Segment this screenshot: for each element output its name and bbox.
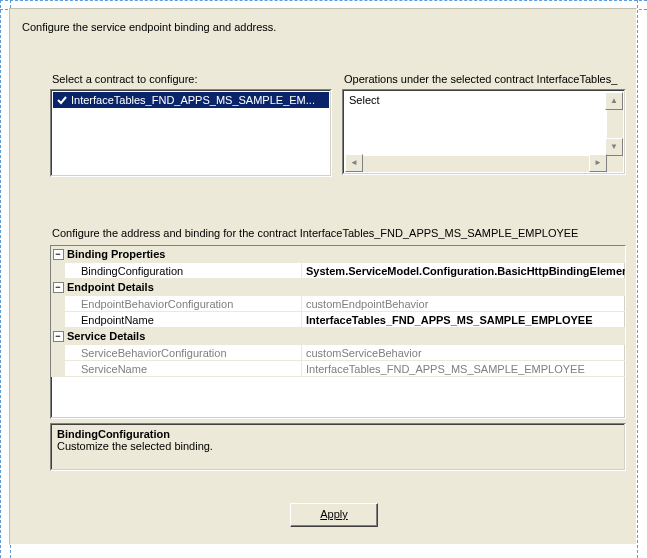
prop-endpoint-behavior-configuration[interactable]: EndpointBehaviorConfiguration customEndp… [51,296,625,312]
contract-item-label: InterfaceTables_FND_APPS_MS_SAMPLE_EM... [71,94,315,106]
operations-list-label: Operations under the selected contract I… [344,73,617,85]
collapse-icon[interactable]: − [53,331,64,342]
apply-button[interactable]: Apply [290,503,378,527]
prop-label: BindingConfiguration [65,263,301,279]
category-endpoint-details[interactable]: − Endpoint Details [51,279,625,296]
prop-value[interactable]: customEndpointBehavior [301,296,625,312]
description-text: Customize the selected binding. [57,440,619,452]
dialog-panel: Configure the service endpoint binding a… [9,8,637,545]
prop-binding-configuration[interactable]: BindingConfiguration System.ServiceModel… [51,263,625,279]
prop-value[interactable]: InterfaceTables_FND_APPS_MS_SAMPLE_EMPLO… [301,312,625,328]
scroll-right-button[interactable]: ► [589,154,607,172]
category-service-details[interactable]: − Service Details [51,328,625,345]
prop-value[interactable]: customServiceBehavior [301,345,625,361]
prop-label: EndpointBehaviorConfiguration [65,296,301,312]
check-icon [56,94,68,106]
operations-listbox[interactable]: Select ▲ ▼ ◄ ► [342,89,626,175]
contract-item-selected[interactable]: InterfaceTables_FND_APPS_MS_SAMPLE_EM... [53,92,329,108]
scroll-up-button[interactable]: ▲ [605,92,623,110]
property-grid[interactable]: − Binding Properties BindingConfiguratio… [50,245,626,419]
description-pane: BindingConfiguration Customize the selec… [50,423,626,471]
prop-service-name[interactable]: ServiceName InterfaceTables_FND_APPS_MS_… [51,361,625,377]
prop-label: ServiceBehaviorConfiguration [65,345,301,361]
contract-list-label: Select a contract to configure: [52,73,198,85]
horizontal-scrollbar-track[interactable] [361,156,591,172]
prop-value[interactable]: System.ServiceModel.Configuration.BasicH… [301,263,625,279]
operations-item-label[interactable]: Select [349,94,380,106]
description-title: BindingConfiguration [57,428,619,440]
collapse-icon[interactable]: − [53,282,64,293]
collapse-icon[interactable]: − [53,249,64,260]
instruction-text: Configure the service endpoint binding a… [22,21,276,33]
scroll-left-button[interactable]: ◄ [345,154,363,172]
prop-label: ServiceName [65,361,301,377]
prop-label: EndpointName [65,312,301,328]
prop-service-behavior-configuration[interactable]: ServiceBehaviorConfiguration customServi… [51,345,625,361]
contract-listbox[interactable]: InterfaceTables_FND_APPS_MS_SAMPLE_EM... [50,89,332,177]
vertical-scrollbar-track[interactable] [607,108,623,140]
scrollbar-corner [607,156,623,172]
prop-endpoint-name[interactable]: EndpointName InterfaceTables_FND_APPS_MS… [51,312,625,328]
prop-value[interactable]: InterfaceTables_FND_APPS_MS_SAMPLE_EMPLO… [301,361,625,377]
category-binding-properties[interactable]: − Binding Properties [51,246,625,263]
configure-address-label: Configure the address and binding for th… [52,227,578,239]
operations-content: Select [345,92,607,156]
scroll-down-button[interactable]: ▼ [605,138,623,156]
